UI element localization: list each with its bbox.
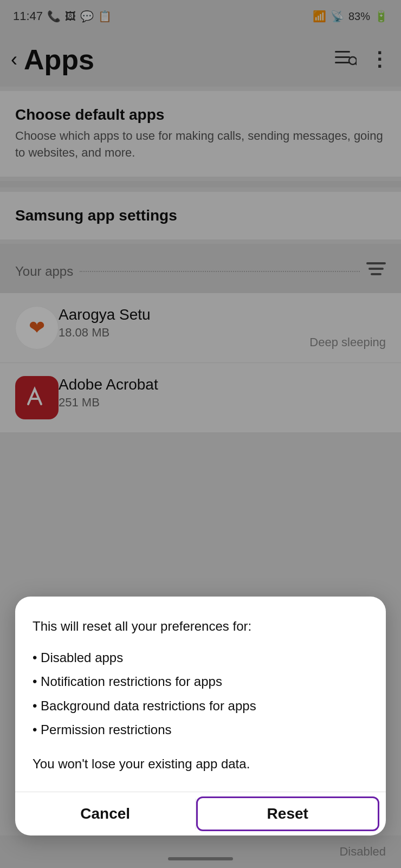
dialog-item-1: Disabled apps <box>33 647 368 668</box>
dialog-actions: Cancel Reset <box>15 792 386 835</box>
reset-preferences-dialog: This will reset all your preferences for… <box>15 597 386 835</box>
dialog-items-list: Disabled apps Notification restrictions … <box>33 647 368 741</box>
dialog-body: This will reset all your preferences for… <box>33 616 368 774</box>
cancel-button[interactable]: Cancel <box>15 792 196 835</box>
dialog-item-4: Permission restrictions <box>33 720 368 740</box>
dialog-note: You won't lose your existing app data. <box>33 754 368 774</box>
dialog-item-2: Notification restrictions for apps <box>33 671 368 692</box>
dialog-item-3: Background data restrictions for apps <box>33 696 368 716</box>
dialog-intro: This will reset all your preferences for… <box>33 616 368 637</box>
reset-button[interactable]: Reset <box>196 796 380 831</box>
